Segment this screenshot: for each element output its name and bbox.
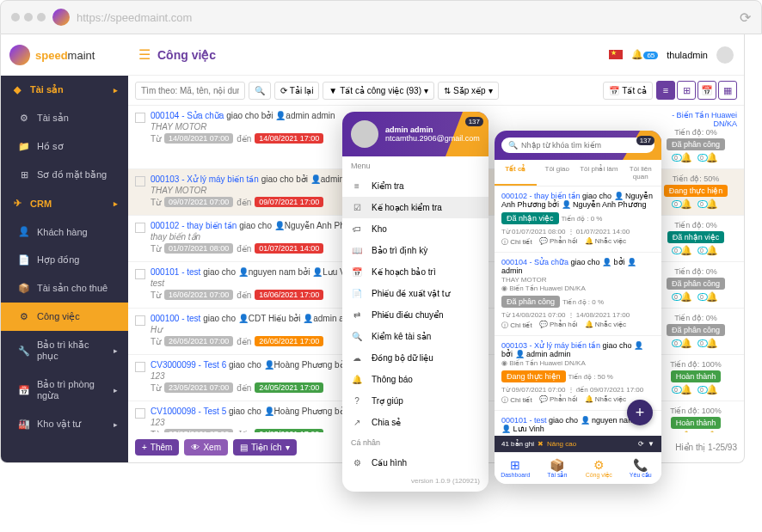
remind-link[interactable]: 🔔 Nhắc việc bbox=[585, 321, 626, 330]
avatar[interactable] bbox=[716, 46, 734, 64]
mobile-nav-item[interactable]: 📦Tài sản bbox=[537, 453, 579, 484]
username[interactable]: thuladmin bbox=[667, 50, 708, 60]
sidebar-item[interactable]: 🔧Bảo trì khắc phục▸ bbox=[1, 331, 128, 370]
refresh-icon[interactable]: ⟳ bbox=[638, 440, 644, 448]
view-calendar-button[interactable]: 📅 bbox=[697, 81, 716, 100]
mobile-job-card[interactable]: 000102 - thay biến tần giao cho 👤 Nguyễn… bbox=[495, 187, 661, 253]
reply-link[interactable]: 💬 Phản hồi bbox=[539, 237, 578, 247]
checkbox[interactable] bbox=[135, 176, 145, 187]
search-button[interactable]: 🔍 bbox=[249, 82, 271, 100]
menu-item[interactable]: 📄Phiếu đề xuất vật tư bbox=[342, 283, 489, 304]
add-button[interactable]: + Thêm bbox=[135, 439, 179, 456]
refresh-icon[interactable]: ⟳ bbox=[740, 9, 751, 26]
menu-item[interactable]: 🔔Thông báo bbox=[342, 369, 489, 390]
menu-item-config[interactable]: ⚙ Cấu hình bbox=[342, 452, 489, 474]
fab-add-button[interactable]: + bbox=[627, 400, 653, 425]
notif-icon[interactable]: 🔔65 bbox=[631, 49, 658, 60]
menu-item[interactable]: ↗Chia sẻ bbox=[342, 412, 489, 433]
progress-label: Tiến độ: 100% bbox=[654, 360, 737, 369]
mobile-job-link[interactable]: 000104 - Sửa chữa bbox=[501, 258, 568, 266]
mobile-job-link[interactable]: 000103 - Xử lý máy biến tần bbox=[501, 341, 600, 350]
mobile-tab[interactable]: Tôi giao bbox=[537, 160, 579, 186]
mobile-job-card[interactable]: 000104 - Sửa chữa giao cho 👤 bởi 👤 admin… bbox=[495, 253, 661, 336]
mobile-tab[interactable]: Tôi liên quan bbox=[620, 160, 662, 186]
remind-link[interactable]: 🔔 Nhắc việc bbox=[585, 237, 626, 247]
bell-icons: 🔔🔔 bbox=[654, 245, 737, 256]
menu-item[interactable]: ☁Đồng bộ dữ liệu bbox=[342, 347, 489, 369]
utility-button[interactable]: ▤ Tiện ích ▾ bbox=[233, 439, 297, 456]
menu-item[interactable]: 📅Kế hoạch bảo trì bbox=[342, 261, 489, 283]
sort-button[interactable]: ⇅ Sắp xếp ▾ bbox=[438, 82, 499, 100]
view-grid-button[interactable]: ▦ bbox=[718, 81, 737, 100]
menu-item[interactable]: ⇄Phiếu điều chuyển bbox=[342, 304, 489, 326]
menu-item[interactable]: 🔍Kiểm kê tài sản bbox=[342, 326, 489, 347]
sidebar-item[interactable]: ✈CRM▸ bbox=[1, 189, 128, 217]
job-id-link[interactable]: 000103 - Xử lý máy biến tần bbox=[151, 174, 259, 184]
date-range-button[interactable]: 📅 Tất cả bbox=[603, 82, 653, 100]
remind-link[interactable]: 🔔 Nhắc việc bbox=[585, 395, 626, 405]
checkbox[interactable] bbox=[135, 223, 145, 233]
mobile-tab[interactable]: Tôi phải làm bbox=[578, 160, 620, 186]
sidebar-item[interactable]: ⚙Công việc bbox=[1, 303, 128, 331]
checkbox[interactable] bbox=[135, 269, 145, 279]
filter-all-button[interactable]: ▼ Tất cả công việc (93) ▾ bbox=[323, 82, 434, 100]
reload-button[interactable]: ⟳ Tải lại bbox=[274, 82, 320, 100]
reply-link[interactable]: 💬 Phản hồi bbox=[539, 395, 578, 405]
filter-icon[interactable]: ▼ bbox=[648, 440, 654, 448]
status-badge: Đã nhận việc bbox=[667, 231, 725, 243]
checkbox[interactable] bbox=[135, 113, 145, 123]
detail-link[interactable]: ⓘ Chi tiết bbox=[501, 321, 532, 330]
detail-link[interactable]: ⓘ Chi tiết bbox=[501, 395, 532, 405]
menu-item[interactable]: ?Trợ giúp bbox=[342, 390, 489, 412]
menu-item[interactable]: ☑Kế hoạch kiểm tra bbox=[342, 197, 489, 218]
mobile-nav-item[interactable]: ⊞Dashboard bbox=[495, 453, 537, 484]
sidebar-item[interactable]: ⊞Sơ đồ mặt bằng bbox=[1, 161, 128, 189]
checkbox[interactable] bbox=[135, 362, 145, 372]
sidebar-label: Tài sản bbox=[37, 113, 69, 124]
menu-item[interactable]: 📖Bảo trì định kỳ bbox=[342, 240, 489, 261]
menu-item[interactable]: ≡Kiểm tra bbox=[342, 175, 489, 197]
menu-item[interactable]: 🏷Kho bbox=[342, 218, 489, 240]
job-id-link[interactable]: 000100 - test bbox=[151, 314, 200, 323]
mobile-nav-item[interactable]: 📞Yêu cầu bbox=[620, 453, 662, 484]
sidebar-item[interactable]: 👤Khách hàng bbox=[1, 217, 128, 246]
hamburger-icon[interactable]: ☰ bbox=[138, 46, 151, 63]
sidebar-item[interactable]: 📦Tài sản cho thuê bbox=[1, 274, 128, 303]
job-id-link[interactable]: 000101 - test bbox=[151, 267, 200, 277]
menu-icon: 🔍 bbox=[351, 332, 363, 341]
flag-icon[interactable] bbox=[609, 50, 623, 59]
view-list-button[interactable]: ≡ bbox=[656, 81, 675, 100]
job-id-link[interactable]: CV3000099 - Test 6 bbox=[151, 360, 226, 370]
avatar[interactable] bbox=[351, 120, 378, 148]
checkbox[interactable] bbox=[135, 315, 145, 326]
sidebar-item[interactable]: 📄Hợp đồng bbox=[1, 246, 128, 274]
sidebar-item[interactable]: ◆Tài sản▸ bbox=[1, 76, 128, 104]
mobile-job-link[interactable]: 000102 - thay biến tần bbox=[501, 192, 581, 200]
progress-label: Tiến độ: 50% bbox=[654, 174, 737, 183]
sidebar-item[interactable]: 📅Bảo trì phòng ngừa▸ bbox=[1, 370, 128, 410]
job-id-link[interactable]: 000102 - thay biến tần bbox=[151, 221, 237, 230]
search-input[interactable] bbox=[135, 82, 245, 100]
url-bar[interactable]: https://speedmaint.com bbox=[77, 11, 192, 24]
checkbox[interactable] bbox=[135, 408, 145, 419]
mobile-nav-item[interactable]: ⚙Công việc bbox=[578, 453, 620, 484]
search-icon: 🔍 bbox=[508, 141, 518, 150]
sidebar-item[interactable]: 📁Hồ sơ bbox=[1, 132, 128, 161]
job-id-link[interactable]: CV1000098 - Test 5 bbox=[151, 407, 226, 416]
mobile-tab[interactable]: Tất cả bbox=[495, 160, 537, 186]
status-badge: Đã phân công bbox=[501, 296, 560, 308]
progress-label: Tiến độ: 100% bbox=[654, 407, 737, 415]
view-kanban-button[interactable]: ⊞ bbox=[677, 81, 696, 100]
sidebar-item[interactable]: ⚙Tài sản bbox=[1, 104, 128, 132]
mobile-job-link[interactable]: 000101 - test bbox=[501, 416, 547, 425]
logo-area: speedmaint bbox=[1, 34, 128, 76]
nav-label: Tài sản bbox=[547, 472, 567, 478]
view-button[interactable]: 👁 Xem bbox=[184, 439, 228, 456]
reply-link[interactable]: 💬 Phản hồi bbox=[539, 321, 578, 330]
mobile-search-input[interactable] bbox=[521, 141, 648, 150]
job-id-link[interactable]: 000104 - Sửa chữa bbox=[151, 111, 224, 120]
sidebar-item[interactable]: 🏭Kho vật tư▸ bbox=[1, 410, 128, 438]
detail-link[interactable]: ⓘ Chi tiết bbox=[501, 237, 532, 247]
advanced-filter-link[interactable]: Nâng cao bbox=[547, 440, 576, 448]
status-badge: Đang thực hiện bbox=[501, 370, 566, 382]
